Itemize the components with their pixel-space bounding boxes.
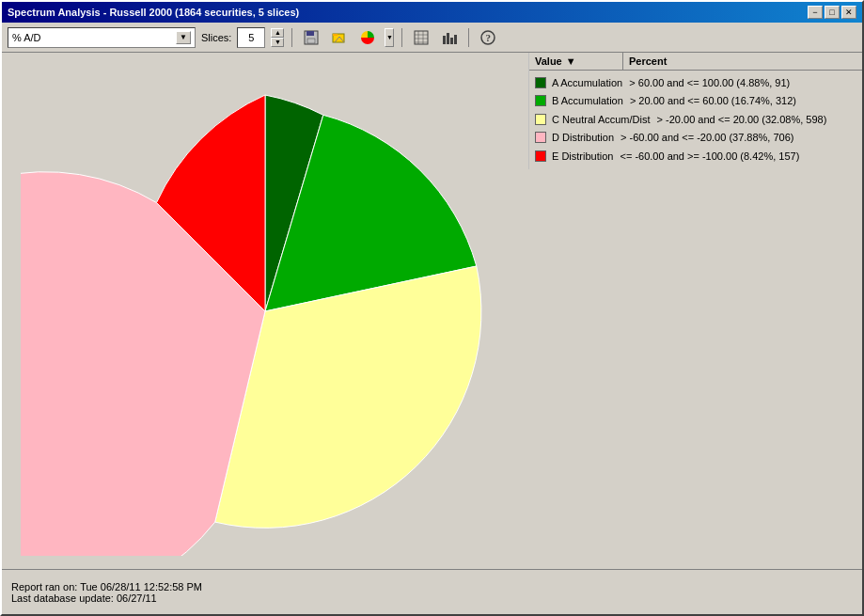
main-window: Spectrum Analysis - Russell 2000 (1864 s…	[0, 0, 864, 616]
right-panel: Value ▼ Percent A Accumulation > 60.00 a…	[528, 53, 862, 569]
spin-down-button[interactable]: ▼	[271, 38, 284, 47]
title-buttons: − □ ✕	[808, 6, 856, 19]
content-area: Value ▼ Percent A Accumulation > 60.00 a…	[2, 53, 862, 569]
minimize-button[interactable]: −	[808, 6, 823, 19]
svg-rect-13	[450, 38, 453, 44]
svg-rect-14	[454, 35, 457, 44]
svg-rect-2	[307, 39, 315, 43]
legend-color-e	[535, 150, 546, 162]
svg-rect-1	[306, 31, 314, 36]
dropdown-arrow-icon[interactable]: ▼	[176, 31, 191, 44]
legend-label-b: B Accumulation	[552, 95, 623, 106]
legend-item-text-b: B Accumulation > 20.00 and <= 60.00 (16.…	[552, 94, 862, 108]
chart-type-button[interactable]	[356, 27, 379, 48]
last-db-text: Last database update: 06/27/11	[11, 592, 853, 604]
chart-dropdown-arrow[interactable]: ▼	[385, 28, 394, 47]
maximize-button[interactable]: □	[825, 6, 840, 19]
legend-label-d: D Distribution	[552, 132, 614, 143]
save-icon	[304, 30, 319, 45]
analysis-dropdown[interactable]: % A/D ▼	[8, 27, 196, 48]
legend-color-b	[535, 95, 546, 106]
slices-input[interactable]	[237, 27, 265, 48]
legend-item-text-e: E Distribution <= -60.00 and >= -100.00 …	[552, 150, 862, 164]
legend-item-text-d: D Distribution > -60.00 and <= -20.00 (3…	[552, 131, 862, 145]
pie-chart-icon	[360, 30, 375, 45]
legend-range-b: > 20.00 and <= 60.00 (16.74%, 312)	[630, 95, 796, 106]
legend-item-text-a: A Accumulation > 60.00 and <= 100.00 (4.…	[552, 76, 862, 90]
open-icon	[332, 30, 347, 45]
window-title: Spectrum Analysis - Russell 2000 (1864 s…	[8, 7, 299, 18]
legend-range-e: <= -60.00 and >= -100.00 (8.42%, 157)	[620, 150, 799, 162]
toolbar-separator-2	[401, 28, 402, 47]
legend-range-c: > -20.00 and <= 20.00 (32.08%, 598)	[657, 114, 827, 125]
svg-text:?: ?	[486, 32, 492, 43]
legend-item-a: A Accumulation > 60.00 and <= 100.00 (4.…	[529, 74, 862, 92]
legend-color-d	[535, 132, 546, 143]
legend-header: Value ▼ Percent	[529, 53, 862, 71]
legend-color-a	[535, 77, 546, 88]
legend-color-c	[535, 114, 546, 125]
slices-label: Slices:	[201, 32, 231, 43]
dropdown-value: % A/D	[12, 32, 41, 43]
legend-item-e: E Distribution <= -60.00 and >= -100.00 …	[529, 148, 862, 166]
spin-up-button[interactable]: ▲	[271, 28, 284, 38]
toolbar-separator-3	[468, 28, 469, 47]
title-bar: Spectrum Analysis - Russell 2000 (1864 s…	[2, 2, 862, 23]
legend-range-d: > -60.00 and <= -20.00 (37.88%, 706)	[621, 132, 793, 143]
legend-item-text-c: C Neutral Accum/Dist > -20.00 and <= 20.…	[552, 113, 862, 127]
close-button[interactable]: ✕	[841, 6, 856, 19]
svg-rect-4	[333, 34, 338, 36]
report-ran-text: Report ran on: Tue 06/28/11 12:52:58 PM	[11, 581, 853, 592]
grid-button[interactable]	[410, 27, 432, 48]
status-bar: Report ran on: Tue 06/28/11 12:52:58 PM …	[2, 569, 862, 614]
legend-item-b: B Accumulation > 20.00 and <= 60.00 (16.…	[529, 92, 862, 110]
legend-value-col: Value ▼	[529, 53, 623, 70]
slices-spinner: ▲ ▼	[271, 28, 284, 47]
legend-spacer	[528, 169, 862, 569]
legend-item-c: C Neutral Accum/Dist > -20.00 and <= 20.…	[529, 111, 862, 129]
open-button[interactable]	[328, 27, 351, 48]
legend-label-a: A Accumulation	[552, 77, 622, 88]
svg-rect-12	[447, 33, 449, 44]
svg-rect-11	[443, 36, 446, 44]
toolbar: % A/D ▼ Slices: ▲ ▼	[2, 23, 862, 53]
legend-range-a: > 60.00 and <= 100.00 (4.88%, 91)	[629, 77, 790, 88]
chart-area	[2, 53, 528, 569]
toolbar-separator-1	[291, 28, 292, 47]
bar-chart-button[interactable]	[438, 27, 461, 48]
legend-item-d: D Distribution > -60.00 and <= -20.00 (3…	[529, 129, 862, 147]
save-button[interactable]	[300, 27, 322, 48]
legend-panel: Value ▼ Percent A Accumulation > 60.00 a…	[528, 53, 862, 169]
help-button[interactable]: ?	[477, 27, 499, 48]
bar-chart-icon	[442, 30, 457, 45]
legend-items: A Accumulation > 60.00 and <= 100.00 (4.…	[529, 71, 862, 169]
legend-label-e: E Distribution	[552, 150, 613, 162]
pie-chart	[21, 67, 510, 556]
legend-percent-col: Percent	[623, 53, 672, 70]
sort-icon[interactable]: ▼	[566, 55, 576, 67]
grid-icon	[414, 30, 429, 45]
help-icon: ?	[480, 30, 495, 45]
legend-label-c: C Neutral Accum/Dist	[552, 114, 651, 125]
